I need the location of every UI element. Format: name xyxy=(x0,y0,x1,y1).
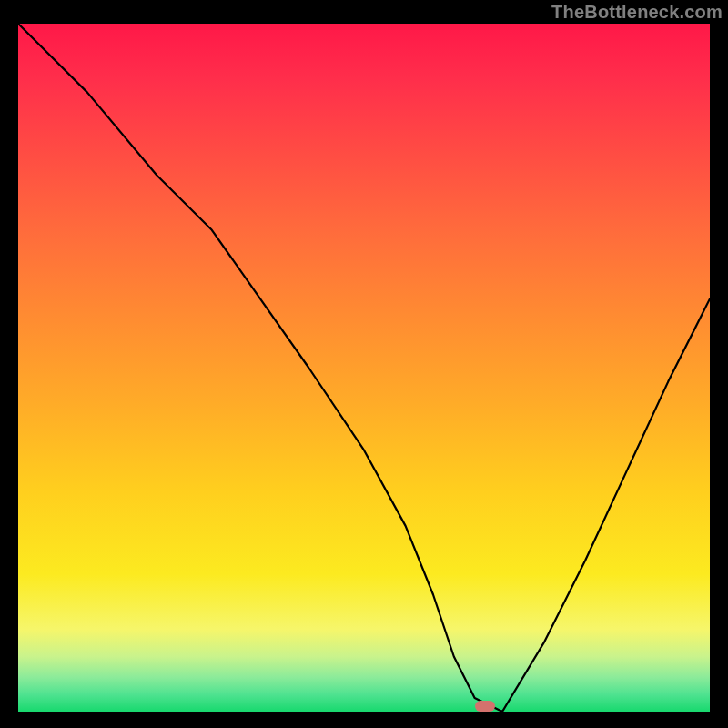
optimum-marker xyxy=(475,701,495,712)
chart-frame: TheBottleneck.com xyxy=(0,0,728,728)
bottleneck-curve xyxy=(18,24,710,712)
watermark-text: TheBottleneck.com xyxy=(551,2,723,23)
plot-area xyxy=(18,24,710,712)
